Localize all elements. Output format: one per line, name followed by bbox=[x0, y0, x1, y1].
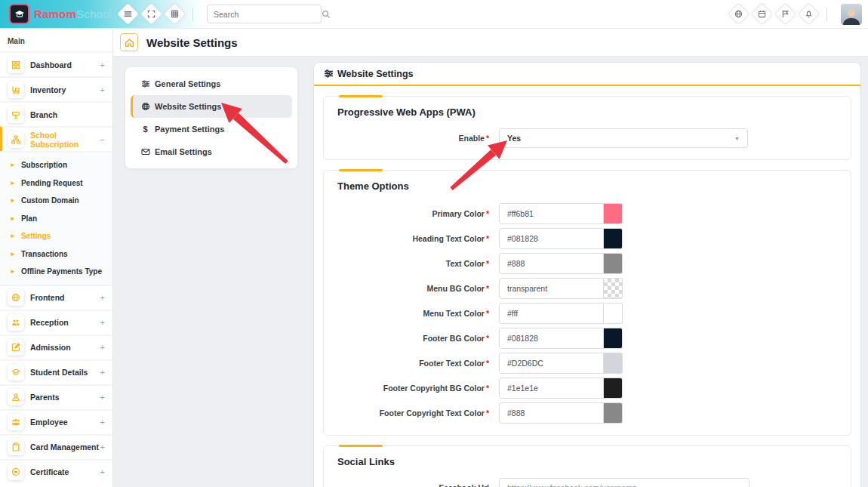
color-swatch[interactable] bbox=[604, 278, 623, 299]
color-swatch[interactable] bbox=[604, 353, 623, 374]
menu-bg-color-input[interactable] bbox=[499, 278, 604, 299]
nav-item-payment-settings[interactable]: $ Payment Settings bbox=[131, 118, 292, 140]
sidebar-item-frontend[interactable]: Frontend + bbox=[0, 285, 112, 310]
color-swatch[interactable] bbox=[604, 402, 623, 424]
menu-icon bbox=[124, 10, 132, 18]
badge-icon bbox=[8, 464, 24, 480]
sidebar-item-certificate[interactable]: Certificate + bbox=[0, 459, 112, 484]
expand-icon: + bbox=[100, 343, 105, 352]
panel-title: Website Settings bbox=[337, 69, 413, 79]
sidebar-item-inventory[interactable]: Inventory + bbox=[0, 76, 112, 101]
brand[interactable]: RamomSchool bbox=[6, 4, 116, 24]
nav-item-website-settings[interactable]: Website Settings bbox=[131, 95, 292, 118]
color-swatch[interactable] bbox=[604, 228, 623, 249]
dollar-icon: $ bbox=[140, 125, 150, 134]
menu-text-color-input[interactable] bbox=[499, 303, 604, 324]
sidebar-item-student-details[interactable]: Student Details + bbox=[0, 359, 112, 384]
globe-icon bbox=[8, 289, 24, 306]
primary-color-input[interactable] bbox=[499, 203, 604, 224]
topbar-divider bbox=[192, 8, 193, 21]
edit-icon bbox=[8, 339, 24, 356]
color-swatch[interactable] bbox=[604, 303, 623, 324]
nav-item-email-settings[interactable]: Email Settings bbox=[131, 140, 292, 163]
sidebar-subitem-subscription[interactable]: ►Subscription bbox=[0, 156, 112, 174]
user-avatar[interactable] bbox=[841, 4, 862, 25]
sidebar-item-reception[interactable]: Reception + bbox=[0, 310, 112, 334]
caret-right-icon: ► bbox=[10, 162, 16, 168]
required-mark: * bbox=[486, 334, 489, 343]
color-swatch[interactable] bbox=[604, 328, 623, 349]
text-color-input[interactable] bbox=[499, 253, 604, 274]
topbar: RamomSchool bbox=[0, 0, 868, 29]
flag-button[interactable] bbox=[774, 3, 797, 26]
required-mark: * bbox=[486, 284, 489, 293]
search-box bbox=[207, 5, 322, 23]
heading-text-color-input[interactable] bbox=[499, 228, 604, 249]
expand-icon: + bbox=[100, 442, 105, 452]
sidebar-subitem-settings[interactable]: ►Settings bbox=[0, 227, 112, 245]
sidebar-item-label: Admission bbox=[30, 343, 100, 352]
expand-icon: + bbox=[100, 293, 105, 302]
expand-icon: + bbox=[100, 318, 105, 327]
notifications-button[interactable] bbox=[798, 3, 820, 26]
required-mark: * bbox=[486, 309, 489, 318]
sidebar-subitem-plan[interactable]: ►Plan bbox=[0, 210, 112, 228]
sidebar-item-employee[interactable]: Employee + bbox=[0, 409, 112, 434]
brand-name: RamomSchool bbox=[34, 8, 112, 20]
footer-copyright-bg-color-label: Footer Copyright BG Color* bbox=[324, 384, 499, 393]
dashboard-icon bbox=[8, 57, 24, 73]
facebook-url-label: Facebook Url bbox=[324, 483, 499, 487]
footer-bg-color-input[interactable] bbox=[499, 328, 604, 349]
social-links-title: Social Links bbox=[324, 446, 851, 470]
home-button[interactable] bbox=[120, 33, 138, 51]
grid-icon bbox=[171, 10, 179, 18]
branch-icon bbox=[8, 106, 24, 123]
breadcrumb: Website Settings bbox=[113, 29, 868, 57]
sidebar-item-admission[interactable]: Admission + bbox=[0, 334, 112, 359]
footer-text-color-input[interactable] bbox=[499, 353, 604, 374]
sidebar-subitem-offline-payments-type[interactable]: ►Offline Payments Type bbox=[0, 263, 112, 281]
required-mark: * bbox=[486, 408, 489, 418]
sidebar-item-label: Reception bbox=[30, 318, 100, 327]
pwa-enable-select[interactable]: Yes ▼ bbox=[499, 128, 748, 148]
search-input[interactable] bbox=[208, 10, 322, 19]
nav-item-general-settings[interactable]: General Settings bbox=[131, 72, 292, 95]
footer-copyright-text-color-label: Footer Copyright Text Color* bbox=[324, 408, 499, 418]
color-swatch[interactable] bbox=[604, 253, 623, 274]
sidebar-section-label: Main bbox=[0, 29, 112, 51]
collapse-icon: − bbox=[100, 135, 105, 144]
sidebar-item-label: Frontend bbox=[30, 293, 100, 302]
sidebar-subitem-custom-domain[interactable]: ►Custom Domain bbox=[0, 192, 112, 210]
content-area: General Settings Website Settings $ Paym… bbox=[113, 57, 868, 487]
facebook-url-input[interactable] bbox=[499, 478, 749, 487]
sidebar-item-branch[interactable]: Branch bbox=[0, 101, 112, 126]
sidebar-item-label: Student Details bbox=[30, 368, 100, 377]
sidebar-item-dashboard[interactable]: Dashboard + bbox=[0, 51, 112, 76]
people-icon bbox=[8, 314, 24, 331]
sidebar-subitem-transactions[interactable]: ►Transactions bbox=[0, 245, 112, 264]
calendar-button[interactable] bbox=[751, 3, 774, 26]
required-mark: * bbox=[486, 259, 489, 268]
envelope-icon bbox=[140, 147, 150, 156]
footer-copyright-bg-color-input[interactable] bbox=[499, 378, 604, 399]
apps-grid-button[interactable] bbox=[164, 3, 186, 26]
language-button[interactable] bbox=[728, 3, 750, 26]
footer-copyright-text-color-input[interactable] bbox=[499, 402, 604, 424]
sidebar-item-parents[interactable]: Parents + bbox=[0, 384, 112, 409]
home-icon bbox=[125, 38, 134, 48]
color-swatch[interactable] bbox=[604, 203, 623, 224]
color-swatch[interactable] bbox=[604, 378, 623, 399]
sidebar-subitem-pending-request[interactable]: ►Pending Request bbox=[0, 174, 112, 193]
sidebar-item-school-subscription[interactable]: School Subscription − bbox=[0, 126, 112, 151]
fullscreen-button[interactable] bbox=[140, 3, 163, 26]
caret-right-icon: ► bbox=[10, 180, 16, 186]
text-color-label: Text Color* bbox=[324, 259, 499, 268]
graduation-cap-icon bbox=[8, 364, 24, 381]
sliders-icon bbox=[140, 79, 150, 88]
theme-options-title: Theme Options bbox=[324, 171, 851, 195]
theme-options-section: Theme Options Primary Color* Heading Tex… bbox=[323, 170, 851, 436]
sidebar-toggle-button[interactable] bbox=[117, 3, 140, 26]
sidebar-item-card-management[interactable]: Card Management + bbox=[0, 434, 112, 459]
settings-nav-card: General Settings Website Settings $ Paym… bbox=[125, 66, 298, 169]
footer-text-color-label: Footer Text Color* bbox=[324, 359, 499, 368]
